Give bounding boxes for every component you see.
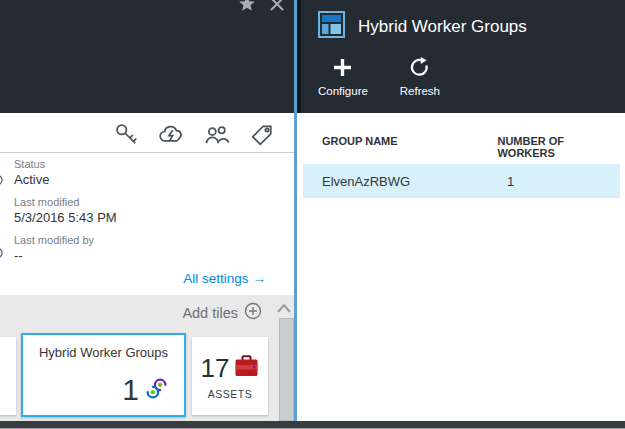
refresh-button[interactable]: Refresh [396, 57, 444, 97]
assets-count: 17 [201, 353, 230, 384]
tag-icon[interactable] [248, 121, 276, 149]
partial-tile[interactable] [0, 337, 16, 415]
last-modified-label: Last modified [14, 195, 117, 209]
circle-plus-icon [244, 302, 262, 323]
clipped-edge-icon [0, 172, 8, 188]
pin-icon[interactable] [238, 0, 256, 13]
essentials-divider [0, 152, 294, 153]
tile-title: Hybrid Worker Groups [23, 345, 184, 360]
essentials-fields: Status Active Last modified 5/3/2016 5:4… [14, 157, 117, 271]
table-row[interactable]: ElvenAzRBWG 1 [303, 164, 620, 198]
essentials-quick-icons [113, 121, 276, 149]
worker-groups-table: GROUP NAME NUMBER OF WORKERS ElvenAzRBWG… [297, 113, 625, 421]
right-arrow-icon: → [253, 271, 267, 286]
blade-title: Hybrid Worker Groups [358, 17, 527, 37]
essentials-section: Status Active Last modified 5/3/2016 5:4… [0, 113, 294, 295]
status-value: Active [14, 171, 117, 188]
clipped-edge-icon [0, 245, 8, 261]
last-modified-by-label: Last modified by [14, 233, 117, 247]
all-settings-link[interactable]: All settings→ [183, 271, 266, 286]
scroll-up-arrow[interactable] [274, 300, 294, 318]
command-bar: Configure Refresh [318, 57, 444, 97]
dashboard-section: Add tiles Hybrid Worker Groups 1 [0, 295, 294, 421]
add-tiles-button[interactable]: Add tiles [182, 302, 262, 323]
column-number-of-workers: NUMBER OF WORKERS [497, 135, 618, 159]
refresh-icon [409, 57, 430, 82]
configure-button[interactable]: Configure [318, 57, 368, 97]
automation-account-blade: Status Active Last modified 5/3/2016 5:4… [0, 0, 294, 421]
table-header-row: GROUP NAME NUMBER OF WORKERS [322, 135, 618, 159]
close-icon[interactable] [268, 0, 286, 13]
workers-count-cell: 1 [507, 174, 514, 189]
scrollbar-thumb[interactable] [279, 318, 294, 421]
group-name-cell: ElvenAzRBWG [322, 174, 507, 189]
column-group-name: GROUP NAME [322, 135, 497, 159]
tile-count: 1 [122, 373, 139, 407]
status-label: Status [14, 157, 117, 171]
cloud-lightning-icon[interactable] [158, 121, 186, 149]
azure-portal-screenshot: Status Active Last modified 5/3/2016 5:4… [0, 0, 625, 429]
last-modified-value: 5/3/2016 5:43 PM [14, 209, 117, 226]
hybrid-worker-groups-blade: Hybrid Worker Groups Configure [297, 0, 625, 421]
plus-icon [332, 57, 353, 82]
hybrid-worker-groups-tile[interactable]: Hybrid Worker Groups 1 [21, 333, 186, 417]
assets-label: ASSETS [192, 388, 268, 400]
hybrid-worker-icon [143, 375, 170, 406]
left-blade-header [0, 0, 294, 113]
window-bottom-edge [0, 421, 625, 429]
blade-grid-icon [318, 11, 345, 42]
right-blade-header: Hybrid Worker Groups Configure [297, 0, 625, 113]
assets-tile[interactable]: 17 ASSETS [192, 337, 268, 415]
key-icon[interactable] [113, 121, 141, 149]
briefcase-icon [234, 355, 259, 382]
people-icon[interactable] [203, 121, 231, 149]
last-modified-by-value: -- [14, 247, 117, 264]
